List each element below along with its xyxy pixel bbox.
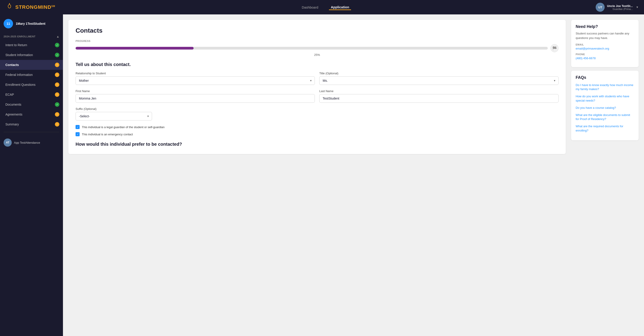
user-menu[interactable]: UT Uncle Joe TestSt... Guardian (Prima..… <box>596 3 638 12</box>
sidebar-item-enrollment-questions[interactable]: Enrollment Questions ! <box>0 80 63 90</box>
email-label: EMAIL <box>576 43 634 46</box>
sidebar-item-student-information[interactable]: Student Information ✓ <box>0 50 63 60</box>
suffix-select[interactable]: -Select- Jr. Sr. II III <box>76 112 152 120</box>
firstname-label: First Name <box>76 89 315 93</box>
form-group-lastname: Last Name <box>319 89 558 103</box>
help-email-link[interactable]: email@primaveratech.org <box>576 47 634 50</box>
checkbox-emergency-contact-box[interactable]: ✓ <box>76 132 80 136</box>
app-layout: 11 1Mary 1TestStudent 2024-2025 ENROLLME… <box>0 15 644 336</box>
logo-icon <box>6 3 14 11</box>
progress-row: 🏁 <box>76 44 558 52</box>
status-orange-icon: ! <box>55 63 59 67</box>
sidebar-item-federal-information[interactable]: Federal Information ! <box>0 70 63 80</box>
checkbox-legal-guardian: ✓ This individual is a legal guardian of… <box>76 125 558 129</box>
sidebar-item-summary[interactable]: Summary ! <box>0 119 63 129</box>
sidebar-item-label: Federal Information <box>6 73 32 77</box>
sidebar-item-intent-to-return[interactable]: Intent to Return ✓ <box>0 40 63 50</box>
relationship-select-wrapper: Mother Father Guardian Other <box>76 76 315 85</box>
form-group-title: Title (Optional) Ms. Mr. Mrs. Dr. <box>319 72 558 85</box>
collapse-icon[interactable]: ▲ <box>56 35 59 38</box>
status-orange-icon: ! <box>55 73 59 77</box>
nav-links: Dashboard Application <box>300 4 351 10</box>
progress-flag-button[interactable]: 🏁 <box>550 44 558 52</box>
bottom-avatar: AT <box>4 138 12 147</box>
bottom-student-name: App TestAttendance <box>14 141 40 144</box>
nav-dashboard[interactable]: Dashboard <box>300 5 320 10</box>
relationship-select[interactable]: Mother Father Guardian Other <box>76 76 315 85</box>
sidebar-item-documents[interactable]: Documents ✓ <box>0 100 63 109</box>
logo-text: STRONGMINDSM <box>15 4 55 10</box>
phone-label: PHONE <box>576 53 634 56</box>
title-label: Title (Optional) <box>319 72 558 75</box>
lastname-label: Last Name <box>319 89 558 93</box>
status-orange-icon: ! <box>55 82 59 87</box>
sidebar-item-label: ECAP <box>6 93 14 96</box>
faq-item-0[interactable]: Do I have to know exactly how much incom… <box>576 83 634 91</box>
enrollment-label: 2024-2025 ENROLLMENT <box>4 35 36 38</box>
user-name: Uncle Joe TestSt... <box>607 4 633 8</box>
sidebar-item-contacts[interactable]: Contacts ! <box>0 60 63 70</box>
firstname-input[interactable] <box>76 94 315 103</box>
enrollment-header: 2024-2025 ENROLLMENT ▲ <box>0 33 63 40</box>
lastname-input[interactable] <box>319 94 558 103</box>
sidebar-divider <box>4 132 59 132</box>
form-row-names: First Name Last Name <box>76 89 558 103</box>
suffix-select-wrapper: -Select- Jr. Sr. II III <box>76 112 152 120</box>
faqs-title: FAQs <box>576 75 634 80</box>
title-select-wrapper: Ms. Mr. Mrs. Dr. <box>319 76 558 85</box>
faq-item-2[interactable]: Do you have a course catalog? <box>576 106 634 110</box>
faq-item-3[interactable]: What are the eligible documents to submi… <box>576 113 634 121</box>
sidebar-item-label: Enrollment Questions <box>6 83 36 86</box>
checkbox-legal-guardian-box[interactable]: ✓ <box>76 125 80 129</box>
sidebar-item-ecap[interactable]: ECAP ! <box>0 90 63 100</box>
top-navigation: STRONGMINDSM Dashboard Application UT Un… <box>0 0 644 15</box>
help-title: Need Help? <box>576 24 634 29</box>
student-badge: 11 <box>4 19 13 28</box>
user-info: Uncle Joe TestSt... Guardian (Prima... <box>607 4 633 10</box>
form-card: Contacts PROGRESS 🏁 25% Tell us about th… <box>68 20 566 154</box>
status-orange-icon: ! <box>55 122 59 126</box>
form-row-relationship-title: Relationship to Student Mother Father Gu… <box>76 72 558 85</box>
checkbox-legal-guardian-label: This individual is a legal guardian of t… <box>82 125 164 129</box>
sidebar-item-agreements[interactable]: Agreements ! <box>0 109 63 119</box>
bottom-student[interactable]: AT App TestAttendance <box>0 135 63 150</box>
sidebar-item-label: Summary <box>6 122 19 126</box>
status-green-icon: ✓ <box>55 53 59 57</box>
title-select[interactable]: Ms. Mr. Mrs. Dr. <box>319 76 558 85</box>
nav-application[interactable]: Application <box>329 4 351 10</box>
sidebar: 11 1Mary 1TestStudent 2024-2025 ENROLLME… <box>0 15 63 336</box>
user-avatar: UT <box>596 3 605 12</box>
progress-percent: 25% <box>76 53 558 57</box>
status-orange-icon: ! <box>55 92 59 97</box>
checkbox-emergency-contact: ✓ This individual is an emergency contac… <box>76 132 558 136</box>
status-green-icon: ✓ <box>55 43 59 47</box>
status-green-icon: ✓ <box>55 102 59 107</box>
faq-item-1[interactable]: How do you work with students who have s… <box>576 94 634 102</box>
main-content: Contacts PROGRESS 🏁 25% Tell us about th… <box>63 15 644 336</box>
progress-bar-fill <box>76 47 194 50</box>
relationship-label: Relationship to Student <box>76 72 315 75</box>
logo[interactable]: STRONGMINDSM <box>6 3 55 11</box>
chevron-down-icon: ▼ <box>636 6 638 9</box>
status-orange-icon: ! <box>55 112 59 117</box>
contact-preference-title: How would this individual prefer to be c… <box>76 142 558 147</box>
help-card: Need Help? Student success partners can … <box>571 20 638 67</box>
progress-bar-background <box>76 47 548 50</box>
faq-item-4[interactable]: What are the required documents for enro… <box>576 124 634 132</box>
svg-point-3 <box>9 3 10 4</box>
student-name: 1Mary 1TestStudent <box>16 22 46 26</box>
help-phone-link[interactable]: (480) 456-6678 <box>576 57 634 60</box>
form-group-suffix: Suffix (Optional) -Select- Jr. Sr. II II… <box>76 107 152 120</box>
form-group-relationship: Relationship to Student Mother Father Gu… <box>76 72 315 85</box>
right-sidebar: Need Help? Student success partners can … <box>571 20 638 140</box>
faqs-card: FAQs Do I have to know exactly how much … <box>571 71 638 140</box>
sidebar-item-label: Agreements <box>6 113 22 116</box>
sidebar-item-label: Contacts <box>6 63 19 67</box>
help-description: Student success partners can handle any … <box>576 31 634 40</box>
checkbox-emergency-contact-label: This individual is an emergency contact <box>82 133 133 136</box>
sidebar-item-label: Intent to Return <box>6 43 27 47</box>
form-title: Contacts <box>76 27 558 34</box>
form-group-firstname: First Name <box>76 89 315 103</box>
sidebar-item-label: Documents <box>6 103 21 106</box>
student-header[interactable]: 11 1Mary 1TestStudent <box>0 15 63 33</box>
